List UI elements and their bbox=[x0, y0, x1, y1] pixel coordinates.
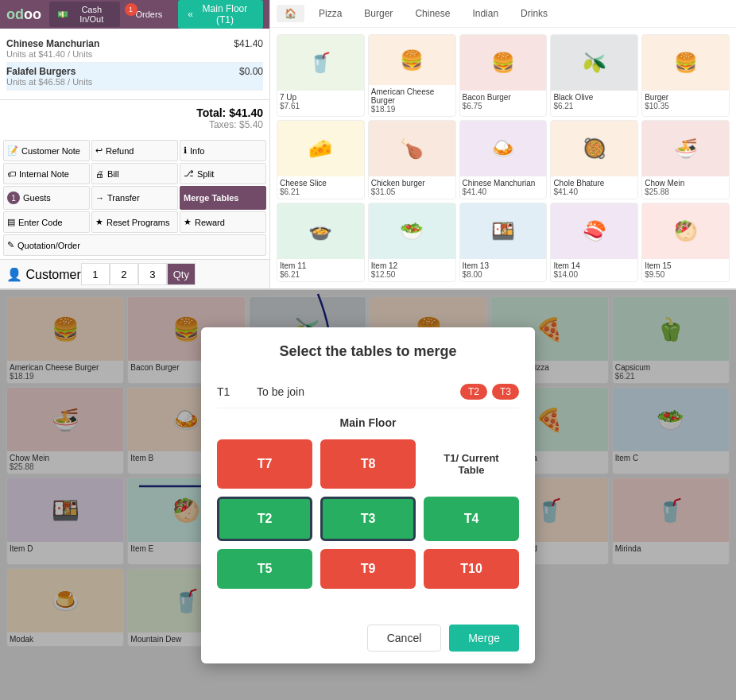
qty-3-button[interactable]: 3 bbox=[138, 263, 167, 285]
table-T10-button[interactable]: T10 bbox=[424, 549, 519, 589]
menu-item-name: Chole Bhature bbox=[553, 179, 635, 188]
order-items-list: Chinese Manchurian Units at $41.40 / Uni… bbox=[0, 29, 269, 99]
food-image: 🍜 bbox=[642, 121, 729, 176]
menu-item-price: $9.50 bbox=[645, 270, 726, 279]
menu-item[interactable]: 🫒 Black Olive $6.21 bbox=[550, 34, 638, 117]
order-total: Total: $41.40 Taxes: $5.40 bbox=[0, 99, 269, 137]
food-image: 🫒 bbox=[551, 35, 637, 91]
refund-button[interactable]: ↩ Refund bbox=[91, 140, 178, 161]
qty-2-button[interactable]: 2 bbox=[110, 263, 138, 285]
orders-button[interactable]: 1 Orders bbox=[128, 6, 171, 22]
table-T7-button[interactable]: T7 bbox=[217, 439, 312, 489]
menu-item-price: $31.05 bbox=[371, 188, 453, 196]
menu-item[interactable]: 🧀 Cheese Slice $6.21 bbox=[277, 120, 365, 199]
item-sub: Units at $46.58 / Units bbox=[6, 77, 92, 87]
food-image: 🥤 bbox=[277, 35, 364, 91]
odoo-logo: odoo bbox=[6, 6, 41, 23]
note-icon: 📝 bbox=[7, 145, 18, 156]
current-table-id: T1 bbox=[217, 385, 249, 398]
main-floor-button[interactable]: « Main Floor (T1) bbox=[178, 0, 263, 29]
guests-button[interactable]: 1 Guests bbox=[3, 186, 90, 210]
table-T2-button[interactable]: T2 bbox=[217, 497, 312, 541]
item-sub: Units at $41.40 / Units bbox=[6, 49, 99, 59]
order-item[interactable]: Chinese Manchurian Units at $41.40 / Uni… bbox=[6, 35, 263, 63]
menu-item[interactable]: 🍲 Item 11 $6.21 bbox=[277, 203, 365, 282]
menu-item[interactable]: 🍔 American Cheese Burger $18.19 bbox=[368, 34, 456, 117]
transfer-button[interactable]: → Transfer bbox=[91, 186, 178, 210]
modal-body: T1 To be join T2 T3 Main Floor T7 T8 T1/… bbox=[201, 376, 535, 617]
table-T3-button[interactable]: T3 bbox=[320, 497, 416, 541]
tab-pizza[interactable]: Pizza bbox=[311, 5, 350, 22]
floor-label: Main Floor bbox=[217, 408, 519, 435]
food-image: 🍲 bbox=[277, 203, 364, 259]
menu-item-name: Bacon Burger bbox=[463, 93, 544, 102]
qty-active-button[interactable]: Qty bbox=[167, 263, 196, 285]
quotation-button[interactable]: ✎ Quotation/Order bbox=[3, 234, 266, 256]
internal-note-button[interactable]: 🏷 Internal Note bbox=[3, 163, 90, 184]
menu-item-price: $6.21 bbox=[280, 270, 362, 279]
cancel-button[interactable]: Cancel bbox=[367, 625, 442, 652]
menu-item[interactable]: 🍣 Item 14 $14.00 bbox=[550, 203, 638, 282]
menu-item-name: Chinese Manchurian bbox=[463, 179, 544, 188]
food-image: 🍔 bbox=[460, 35, 547, 91]
left-panel: odoo 💵 Cash In/Out 1 Orders « Main Floor… bbox=[0, 0, 270, 288]
user-icon: 👤 bbox=[6, 268, 22, 281]
merge-confirm-button[interactable]: Merge bbox=[449, 625, 519, 652]
item-price: $0.00 bbox=[239, 66, 263, 87]
table-T9-button[interactable]: T9 bbox=[320, 549, 416, 589]
menu-item-price: $18.19 bbox=[371, 105, 453, 114]
menu-item[interactable]: 🥘 Chole Bhature $41.40 bbox=[550, 120, 638, 199]
tab-burger[interactable]: Burger bbox=[356, 5, 401, 22]
tab-indian[interactable]: Indian bbox=[464, 5, 506, 22]
modal-title: Select the tables to merge bbox=[201, 327, 535, 376]
menu-item[interactable]: 🍜 Chow Mein $25.88 bbox=[641, 120, 730, 199]
table-T5-button[interactable]: T5 bbox=[217, 549, 312, 589]
menu-item-price: $6.21 bbox=[280, 188, 362, 196]
merge-info-row: T1 To be join T2 T3 bbox=[217, 376, 519, 408]
menu-item[interactable]: 🥗 Item 12 $12.50 bbox=[368, 203, 456, 282]
arrow-left-icon: « bbox=[188, 9, 193, 20]
reset-programs-button[interactable]: ★ Reset Programs bbox=[91, 211, 178, 233]
cash-icon: 💵 bbox=[57, 10, 68, 20]
reward-button[interactable]: ★ Reward bbox=[180, 211, 266, 233]
menu-item[interactable]: 🍔 Burger $10.35 bbox=[641, 34, 730, 117]
bill-icon: 🖨 bbox=[95, 169, 104, 179]
table-grid: T7 T8 T1/ Current Table T2 T3 T4 T5 T9 T… bbox=[217, 435, 519, 601]
customer-note-button[interactable]: 📝 Customer Note bbox=[3, 140, 90, 161]
menu-item-name: Black Olive bbox=[553, 93, 635, 102]
menu-item-name: Item 13 bbox=[463, 261, 544, 270]
refund-icon: ↩ bbox=[95, 145, 103, 156]
menu-item[interactable]: 🥤 7 Up $7.61 bbox=[277, 34, 365, 117]
action-buttons: 📝 Customer Note ↩ Refund ℹ Info 🏷 Intern… bbox=[0, 137, 269, 259]
split-button[interactable]: ⎇ Split bbox=[180, 163, 266, 184]
table-T4-button[interactable]: T4 bbox=[424, 497, 519, 541]
join-label: To be join bbox=[257, 385, 452, 398]
tab-drinks[interactable]: Drinks bbox=[513, 5, 556, 22]
merge-tag-t3: T3 bbox=[492, 384, 519, 400]
menu-item-price: $41.40 bbox=[553, 188, 635, 196]
top-bar: odoo 💵 Cash In/Out 1 Orders « Main Floor… bbox=[0, 0, 269, 29]
food-image: 🥙 bbox=[642, 203, 729, 259]
menu-item[interactable]: 🥙 Item 15 $9.50 bbox=[641, 203, 730, 282]
menu-item-name: Cheese Slice bbox=[280, 179, 362, 188]
cash-in-out-button[interactable]: 💵 Cash In/Out bbox=[49, 2, 120, 27]
order-item[interactable]: Falafel Burgers Units at $46.58 / Units … bbox=[6, 63, 263, 91]
orders-badge: 1 bbox=[125, 3, 138, 16]
table-T8-button[interactable]: T8 bbox=[320, 439, 416, 489]
menu-item[interactable]: 🍱 Item 13 $8.00 bbox=[459, 203, 548, 282]
menu-item[interactable]: 🍔 Bacon Burger $6.75 bbox=[459, 34, 548, 117]
bill-button[interactable]: 🖨 Bill bbox=[91, 163, 178, 184]
menu-item[interactable]: 🍗 Chicken burger $31.05 bbox=[368, 120, 456, 199]
food-image: 🍛 bbox=[460, 121, 547, 176]
table-current-label: T1/ Current Table bbox=[424, 439, 519, 489]
modal-footer: Cancel Merge bbox=[201, 617, 535, 663]
enter-code-button[interactable]: ▤ Enter Code bbox=[3, 211, 90, 233]
merge-tables-button[interactable]: Merge Tables bbox=[180, 186, 266, 210]
merge-tables-modal: Select the tables to merge T1 To be join… bbox=[201, 327, 535, 663]
pos-bottom: 🍔 American Cheese Burger $18.19 🍔 Bacon … bbox=[0, 290, 736, 700]
qty-1-button[interactable]: 1 bbox=[81, 263, 110, 285]
tab-chinese[interactable]: Chinese bbox=[407, 5, 458, 22]
tab-home[interactable]: 🏠 bbox=[277, 5, 304, 22]
info-button[interactable]: ℹ Info bbox=[180, 140, 266, 161]
menu-item[interactable]: 🍛 Chinese Manchurian $41.40 bbox=[459, 120, 548, 199]
